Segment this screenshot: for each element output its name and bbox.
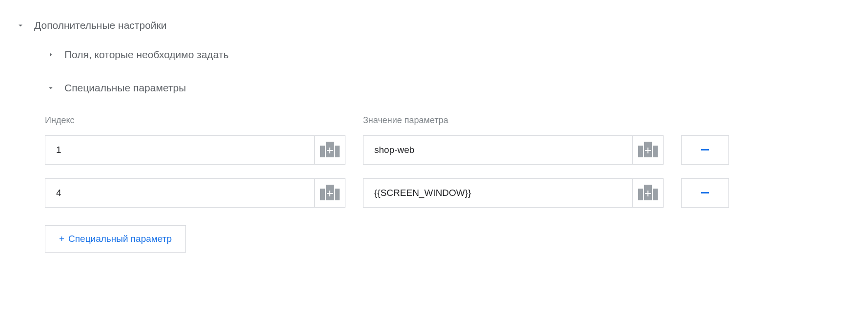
custom-dimensions-title: Специальные параметры [64,82,186,94]
svg-rect-7 [653,146,658,157]
value-input-group [363,135,664,165]
variable-icon [638,142,658,159]
dimension-row [45,178,853,208]
advanced-settings-header[interactable]: Дополнительные настройки [15,20,853,31]
column-headers: Индекс Значение параметра [45,115,853,126]
custom-dimensions-body: Индекс Значение параметра [45,115,853,253]
index-input-group [45,135,345,165]
remove-row-button[interactable] [681,135,729,165]
variable-picker-button[interactable] [632,135,664,165]
svg-rect-16 [638,189,643,200]
svg-rect-21 [701,192,709,193]
svg-rect-2 [335,146,340,157]
add-dimension-label: Специальный параметр [68,234,172,244]
value-input-group [363,178,664,208]
chevron-right-icon [45,49,57,61]
advanced-settings-content: Поля, которые необходимо задать Специаль… [45,49,853,253]
svg-rect-5 [638,146,643,157]
value-column-header: Значение параметра [363,115,664,126]
svg-rect-20 [645,193,651,194]
svg-rect-15 [327,193,333,194]
variable-picker-button[interactable] [314,135,345,165]
remove-row-button[interactable] [681,178,729,208]
value-input[interactable] [363,178,632,208]
index-input-group [45,178,345,208]
index-input[interactable] [45,135,314,165]
fields-to-set-header[interactable]: Поля, которые необходимо задать [45,49,853,61]
variable-picker-button[interactable] [314,178,345,208]
fields-to-set-title: Поля, которые необходимо задать [64,49,229,61]
add-dimension-button[interactable]: + Специальный параметр [45,225,186,253]
svg-rect-11 [320,189,325,200]
svg-rect-10 [701,149,709,150]
chevron-down-icon [15,20,26,31]
plus-icon: + [59,234,64,244]
variable-icon [638,185,658,202]
index-column-header: Индекс [45,115,345,126]
variable-picker-button[interactable] [632,178,664,208]
advanced-settings-title: Дополнительные настройки [34,20,166,31]
value-input[interactable] [363,135,632,165]
svg-rect-18 [653,189,658,200]
index-input[interactable] [45,178,314,208]
variable-icon [320,142,340,159]
svg-rect-13 [335,189,340,200]
variable-icon [320,185,340,202]
custom-dimensions-header[interactable]: Специальные параметры [45,82,853,94]
svg-rect-0 [320,146,325,157]
svg-rect-4 [327,150,333,151]
dimension-row [45,135,853,165]
chevron-down-icon [45,82,57,94]
svg-rect-9 [645,150,651,151]
